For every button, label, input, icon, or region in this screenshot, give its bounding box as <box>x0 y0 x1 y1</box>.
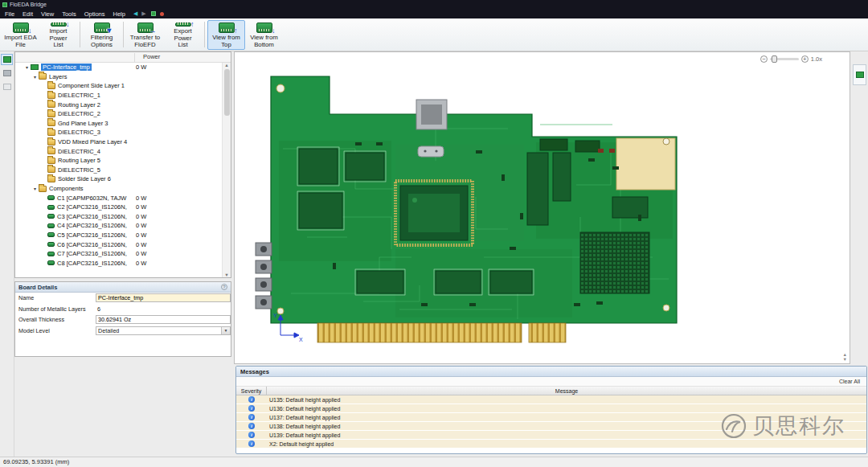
view-top-icon: ↑ <box>219 23 235 33</box>
tree-item-component[interactable]: C2 [CAPC3216_IS1206N,0 W <box>15 203 222 212</box>
tree-item-label: DIELECTRIC_5 <box>58 166 100 174</box>
tree-item-root[interactable]: ▾ PC-Interface_tmp 0 W <box>15 63 222 72</box>
scroll-down-icon[interactable]: ▼ <box>843 357 847 362</box>
tree-item-component[interactable]: C8 [CAPC3216_IS1206N,0 W <box>15 258 222 268</box>
dropdown-arrow-icon[interactable]: ▼ <box>221 327 230 334</box>
message-text: U137: Default height applied <box>267 415 340 420</box>
tree-item-component[interactable]: C3 [CAPC3216_IS1206N,0 W <box>15 212 222 222</box>
message-row[interactable]: i U137: Default height applied <box>236 413 866 422</box>
back-arrow-icon[interactable]: ◀ <box>133 10 137 17</box>
scroll-up-icon[interactable]: ▲ <box>224 63 228 68</box>
tree-item-layer[interactable]: DIELECTRIC_4 <box>15 146 222 156</box>
axis-x-label: X <box>299 337 303 342</box>
overall-thickness-field[interactable] <box>96 315 231 324</box>
message-row[interactable]: i U139: Default height applied <box>236 431 866 440</box>
layer-icon <box>47 92 55 99</box>
board-icon <box>31 64 39 70</box>
edit-tab[interactable] <box>1 81 13 92</box>
menu-help[interactable]: Help <box>109 10 129 18</box>
tree-item-layers[interactable]: ▾ Layers <box>15 72 222 82</box>
import-eda-file-button[interactable]: ↓ Import EDA File <box>2 20 39 50</box>
forward-arrow-icon[interactable]: ▶ <box>141 10 145 17</box>
tree-item-component[interactable]: C6 [CAPC3216_IS1206N,0 W <box>15 240 222 249</box>
severity-column-header[interactable]: Severity <box>236 387 267 395</box>
layer-icon <box>47 166 55 173</box>
viewport-scroll-arrows[interactable]: ▲ ▼ <box>843 352 847 362</box>
tree-item-label: DIELECTRIC_1 <box>58 92 100 99</box>
message-row[interactable]: i U136: Default height applied <box>236 404 866 413</box>
scroll-thumb[interactable] <box>224 69 230 116</box>
board-details-panel: Board Details ? Name Number of Metallic … <box>14 281 231 357</box>
tree-item-layer[interactable]: Routing Layer 2 <box>15 100 222 109</box>
board-details-row: Model Level Detailed ▼ <box>15 326 231 337</box>
tree-item-layer[interactable]: Solder Side Layer 6 <box>15 174 222 184</box>
tree-item-layer[interactable]: Gnd Plane Layer 3 <box>15 119 222 129</box>
app-icon <box>2 2 7 7</box>
menu-file[interactable]: File <box>1 10 18 18</box>
message-row[interactable]: i U135: Default height applied <box>236 395 866 404</box>
tree-item-layer[interactable]: VDD Mixed Plane Layer 4 <box>15 137 222 147</box>
layer-icon <box>47 139 55 145</box>
axis-y-label: Y <box>273 313 277 318</box>
zoom-slider-thumb[interactable] <box>772 55 777 63</box>
scroll-down-icon[interactable]: ▼ <box>223 272 231 277</box>
zoom-in-icon[interactable]: + <box>801 55 809 63</box>
layer-icon <box>47 101 55 108</box>
expand-arrow-icon[interactable]: ▾ <box>31 186 39 191</box>
transfer-to-floefd-button[interactable]: → Transfer to FloEFD <box>126 20 164 50</box>
tree-item-label: DIELECTRIC_3 <box>58 129 100 136</box>
export-power-list-button[interactable]: ↑ Export Power List <box>164 20 202 50</box>
tree-item-component[interactable]: C1 [CAPMP6032N, TAJW0 W <box>15 193 222 203</box>
message-column-header[interactable]: Message <box>267 387 866 395</box>
view-from-top-button[interactable]: ↑ View from Top <box>207 20 245 50</box>
components-tab[interactable] <box>1 68 13 79</box>
cursor-coordinates: 69.09235, 5.93391 (mm) <box>3 458 69 465</box>
board-viewport[interactable]: − + 1.0x ▲ ▼ <box>234 51 850 364</box>
tree-item-layer[interactable]: DIELECTRIC_3 <box>15 128 222 137</box>
model-tree-tab[interactable] <box>1 54 13 65</box>
model-tree-panel: Power ▾ PC-Interface_tmp 0 W ▾ Layers Co… <box>14 51 231 278</box>
tree-item-layer[interactable]: Routing Layer 5 <box>15 156 222 166</box>
tree-item-components[interactable]: ▾ Components <box>15 184 222 194</box>
clear-all-link[interactable]: Clear All <box>839 379 860 384</box>
expand-arrow-icon[interactable]: ▾ <box>23 64 31 70</box>
tree-item-component[interactable]: C5 [CAPC3216_IS1206N,0 W <box>15 231 222 240</box>
message-row[interactable]: i U138: Default height applied <box>236 422 866 431</box>
menu-tools[interactable]: Tools <box>58 10 80 18</box>
zoom-slider[interactable] <box>770 58 799 60</box>
messages-toolbar: Clear All <box>236 377 866 387</box>
tree-item-component[interactable]: C4 [CAPC3216_IS1206N,0 W <box>15 221 222 231</box>
field-label: Model Level <box>18 327 50 334</box>
tree-item-label: C7 [CAPC3216_IS1206N, <box>57 250 127 257</box>
power-value: 0 W <box>136 222 146 229</box>
message-text: X2: Default height applied <box>267 441 334 447</box>
menu-edit[interactable]: Edit <box>18 10 37 18</box>
tree-item-label: C4 [CAPC3216_IS1206N, <box>57 222 127 229</box>
help-icon[interactable]: ? <box>221 284 227 290</box>
layer-icon <box>47 148 55 154</box>
tree-item-layer[interactable]: DIELECTRIC_2 <box>15 109 222 119</box>
model-side-tab[interactable] <box>853 64 866 85</box>
menu-options[interactable]: Options <box>80 10 109 18</box>
name-field[interactable] <box>96 293 231 302</box>
field-label: Overall Thickness <box>18 316 64 323</box>
side-icon-strip <box>0 51 14 457</box>
expand-arrow-icon[interactable]: ▾ <box>31 74 39 80</box>
panel-title: Messages <box>240 368 269 375</box>
model-level-select[interactable]: Detailed ▼ <box>96 326 231 335</box>
tree-item-layer[interactable]: DIELECTRIC_1 <box>15 91 222 100</box>
tree-scrollbar[interactable]: ▲ ▼ <box>222 63 231 277</box>
tree-item-label: Routing Layer 5 <box>58 157 100 164</box>
import-power-list-button[interactable]: ↓ Import Power List <box>39 20 77 50</box>
tree-item-layer[interactable]: DIELECTRIC_5 <box>15 166 222 175</box>
tree-item-layer[interactable]: Component Side Layer 1 <box>15 81 222 91</box>
zoom-out-icon[interactable]: − <box>760 55 768 63</box>
zoom-level: 1.0x <box>811 55 822 63</box>
filtering-options-button[interactable]: ▼ Filtering Options <box>83 20 121 50</box>
board-mini-icon[interactable] <box>151 11 156 16</box>
menu-view[interactable]: View <box>37 10 58 18</box>
view-from-bottom-button[interactable]: ↓ View from Bottom <box>245 20 283 50</box>
pcb-board-render[interactable]: Y X <box>235 52 850 364</box>
tree-item-component[interactable]: C7 [CAPC3216_IS1206N,0 W <box>15 249 222 259</box>
message-row[interactable]: i X2: Default height applied <box>236 440 866 449</box>
